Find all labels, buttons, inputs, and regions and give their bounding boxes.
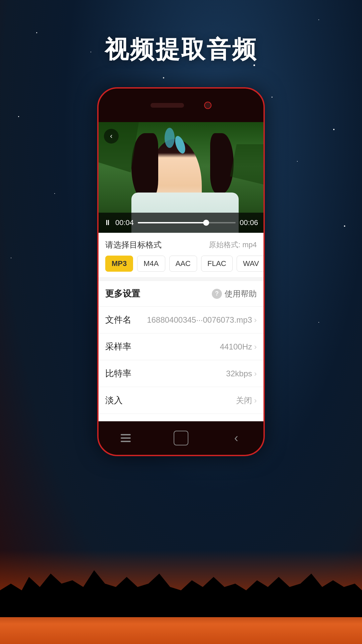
help-icon: ? <box>212 289 222 299</box>
settings-row-filename[interactable]: 文件名 16880400345···0076073.mp3 › <box>99 306 263 333</box>
progress-thumb[interactable] <box>203 220 209 226</box>
page-title: 视频提取音频 <box>0 34 362 66</box>
fadein-chevron: › <box>254 396 257 405</box>
nav-menu-button[interactable] <box>119 431 132 445</box>
fadein-right: 关闭 › <box>236 395 257 406</box>
video-player: ‹ ⏸ 00:04 00:06 <box>99 122 263 233</box>
settings-row-fadein[interactable]: 淡入 关闭 › <box>99 387 263 414</box>
filename-right: 16880400345···0076073.mp3 › <box>147 315 257 325</box>
settings-row-samplerate[interactable]: 采样率 44100Hz › <box>99 333 263 360</box>
phone-bottom-bar: ‹ <box>99 421 263 455</box>
current-time: 00:04 <box>115 218 134 227</box>
original-format: 原始格式: mp4 <box>209 240 257 250</box>
phone-camera <box>204 102 212 109</box>
phone-top-bar <box>99 89 263 122</box>
video-back-button[interactable]: ‹ <box>104 129 119 144</box>
format-btn-wav[interactable]: WAV <box>237 256 263 272</box>
format-header: 请选择目标格式 原始格式: mp4 <box>105 239 257 250</box>
bitrate-label: 比特率 <box>105 368 131 379</box>
more-settings-header: 更多设置 ? 使用帮助 <box>99 281 263 306</box>
bitrate-value: 32kbps <box>226 369 252 378</box>
samplerate-value: 44100Hz <box>220 342 252 352</box>
video-controls-bar: ⏸ 00:04 00:06 <box>99 213 263 233</box>
bitrate-right: 32kbps › <box>226 369 257 378</box>
format-btn-aac[interactable]: AAC <box>169 256 197 272</box>
svg-rect-0 <box>121 434 131 435</box>
back-icon: ‹ <box>110 132 112 141</box>
fadein-label: 淡入 <box>105 394 123 406</box>
settings-row-fadeout[interactable]: 淡出 关闭 › <box>99 414 263 421</box>
pause-button[interactable]: ⏸ <box>104 218 111 227</box>
nav-back-button[interactable]: ‹ <box>230 431 243 445</box>
phone-frame: ‹ ⏸ 00:04 00:06 请选择目标格式 原始格式: mp4 MP3 <box>97 87 265 456</box>
format-label: 请选择目标格式 <box>105 239 162 250</box>
section-divider <box>99 277 263 281</box>
svg-rect-1 <box>121 437 131 439</box>
progress-fill <box>138 222 206 223</box>
phone-screen: ‹ ⏸ 00:04 00:06 请选择目标格式 原始格式: mp4 MP3 <box>99 122 263 421</box>
help-area[interactable]: ? 使用帮助 <box>212 288 257 299</box>
format-section: 请选择目标格式 原始格式: mp4 MP3 M4A AAC FLAC WAV <box>99 233 263 277</box>
home-icon <box>174 431 188 445</box>
samplerate-chevron: › <box>254 342 257 352</box>
filename-chevron: › <box>254 315 257 325</box>
format-btn-flac[interactable]: FLAC <box>201 256 233 272</box>
nav-home-button[interactable] <box>174 431 188 445</box>
filename-label: 文件名 <box>105 314 131 326</box>
filename-value: 16880400345···0076073.mp3 <box>147 315 252 325</box>
progress-track[interactable] <box>138 222 236 223</box>
bitrate-chevron: › <box>254 369 257 378</box>
settings-row-bitrate[interactable]: 比特率 32kbps › <box>99 360 263 387</box>
format-btn-mp3[interactable]: MP3 <box>105 256 133 272</box>
samplerate-right: 44100Hz › <box>220 342 257 352</box>
phone-speaker <box>150 103 184 108</box>
format-btn-m4a[interactable]: M4A <box>137 256 165 272</box>
help-text: 使用帮助 <box>225 288 257 299</box>
back-nav-icon: ‹ <box>230 431 243 445</box>
fadein-value: 关闭 <box>236 395 252 406</box>
total-time: 00:06 <box>240 218 258 227</box>
svg-rect-2 <box>121 441 131 442</box>
samplerate-label: 采样率 <box>105 341 131 353</box>
format-buttons-group: MP3 M4A AAC FLAC WAV <box>105 256 257 272</box>
menu-icon <box>119 431 132 445</box>
more-settings-label: 更多设置 <box>105 288 140 300</box>
